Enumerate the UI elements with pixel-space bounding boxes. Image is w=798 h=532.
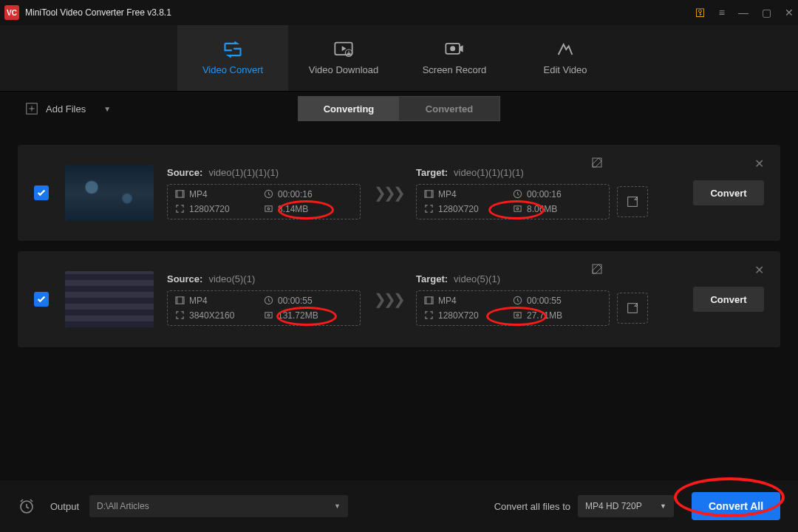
- add-files-button[interactable]: Add Files ▼: [25, 102, 111, 115]
- record-icon: [444, 41, 465, 58]
- svg-point-23: [516, 314, 519, 316]
- download-icon: [333, 41, 354, 58]
- target-label: Target:video(1)(1)(1)(1): [416, 167, 610, 178]
- footer-bar: Output D:\All Articles ▼ Convert all fil…: [0, 480, 798, 532]
- source-label: Source:video(5)(1): [167, 273, 361, 284]
- row-checkbox[interactable]: [34, 185, 49, 200]
- video-thumbnail[interactable]: [65, 271, 154, 327]
- target-specbox: MP4 00:00:55 1280X720 27.71MB: [416, 290, 610, 326]
- convert-all-button[interactable]: Convert All: [692, 492, 780, 520]
- nav-tabs: Video Convert Video Download Screen Reco…: [0, 25, 798, 92]
- resolution-icon: [424, 310, 434, 320]
- output-label: Output: [50, 501, 79, 512]
- output-format-select[interactable]: MP4 HD 720P ▼: [578, 495, 674, 517]
- svg-point-13: [516, 208, 519, 210]
- menu-icon[interactable]: ≡: [719, 7, 725, 18]
- target-label: Target:video(5)(1): [416, 273, 610, 284]
- filesize-icon: [264, 204, 273, 214]
- subtab-group: Converting Converted: [298, 96, 500, 121]
- tab-label: Video Convert: [202, 64, 263, 75]
- resolution-icon: [175, 204, 185, 214]
- svg-rect-18: [265, 313, 272, 318]
- filesize-icon: [513, 204, 522, 214]
- resolution-icon: [175, 310, 185, 320]
- convert-icon: [222, 41, 243, 58]
- format-value: MP4 HD 720P: [585, 501, 642, 511]
- video-thumbnail[interactable]: [65, 165, 154, 221]
- target-specbox: MP4 00:00:16 1280X720 8.06MB: [416, 184, 610, 219]
- svg-rect-12: [514, 206, 521, 211]
- format-icon: [424, 296, 434, 305]
- tab-screen-record[interactable]: Screen Record: [399, 25, 510, 91]
- maximize-icon[interactable]: ▢: [762, 7, 771, 18]
- output-path-value: D:\All Articles: [97, 501, 149, 511]
- toolbar: Add Files ▼ Converting Converted: [0, 92, 798, 126]
- app-title: MiniTool Video Converter Free v3.8.1: [25, 7, 171, 18]
- tab-label: Screen Record: [423, 64, 487, 75]
- task-list: Source:video(1)(1)(1)(1) MP4 00:00:16 12…: [0, 126, 798, 347]
- app-logo: VC: [4, 5, 19, 20]
- chevron-down-icon: ▼: [334, 502, 341, 510]
- convert-button[interactable]: Convert: [693, 287, 764, 312]
- format-icon: [175, 189, 185, 199]
- source-label: Source:video(1)(1)(1)(1): [167, 167, 361, 178]
- row-checkbox[interactable]: [34, 292, 49, 307]
- edit-task-icon[interactable]: [591, 157, 603, 171]
- format-icon: [175, 296, 185, 305]
- convert-all-label: Convert all files to: [494, 501, 570, 512]
- target-settings-button[interactable]: [617, 293, 648, 324]
- remove-task-icon[interactable]: ✕: [754, 263, 764, 277]
- tab-edit-video[interactable]: Edit Video: [510, 25, 621, 91]
- svg-rect-8: [265, 206, 272, 211]
- tab-label: Edit Video: [543, 64, 587, 75]
- resolution-icon: [424, 204, 434, 214]
- tab-video-convert[interactable]: Video Convert: [177, 25, 288, 91]
- task-row: Source:video(5)(1) MP4 00:00:55 3840X216…: [18, 251, 780, 347]
- arrow-icon: ❯❯❯: [374, 290, 403, 308]
- output-path-select[interactable]: D:\All Articles ▼: [89, 495, 348, 517]
- upgrade-key-icon[interactable]: ⚿: [695, 7, 706, 18]
- edit-icon: [555, 41, 576, 58]
- svg-point-19: [267, 314, 270, 316]
- tab-label: Video Download: [309, 64, 378, 75]
- duration-icon: [513, 189, 522, 199]
- duration-icon: [513, 296, 522, 305]
- remove-task-icon[interactable]: ✕: [754, 157, 764, 171]
- svg-point-9: [267, 208, 270, 210]
- add-files-icon: [25, 102, 38, 115]
- tab-video-download[interactable]: Video Download: [288, 25, 399, 91]
- chevron-down-icon: ▼: [660, 502, 666, 510]
- schedule-icon[interactable]: [18, 497, 35, 515]
- source-specbox: MP4 00:00:16 1280X720 8.14MB: [167, 184, 361, 219]
- source-specbox: MP4 00:00:55 3840X2160 131.72MB: [167, 290, 361, 326]
- filesize-icon: [513, 310, 522, 320]
- subtab-converting[interactable]: Converting: [299, 97, 399, 120]
- filesize-icon: [264, 310, 273, 320]
- edit-task-icon[interactable]: [591, 263, 603, 278]
- subtab-converted[interactable]: Converted: [399, 97, 499, 120]
- close-window-icon[interactable]: ✕: [785, 7, 794, 18]
- chevron-down-icon: ▼: [103, 105, 111, 113]
- add-files-label: Add Files: [46, 103, 86, 115]
- minimize-icon[interactable]: —: [738, 7, 748, 18]
- target-settings-button[interactable]: [617, 186, 648, 217]
- task-row: Source:video(1)(1)(1)(1) MP4 00:00:16 12…: [18, 145, 780, 241]
- convert-button[interactable]: Convert: [693, 180, 764, 205]
- arrow-icon: ❯❯❯: [374, 184, 403, 202]
- titlebar: VC MiniTool Video Converter Free v3.8.1 …: [0, 0, 798, 25]
- duration-icon: [264, 296, 273, 305]
- duration-icon: [264, 189, 273, 199]
- format-icon: [424, 189, 434, 199]
- svg-rect-22: [514, 313, 521, 318]
- svg-point-4: [450, 46, 455, 51]
- svg-marker-1: [342, 46, 347, 51]
